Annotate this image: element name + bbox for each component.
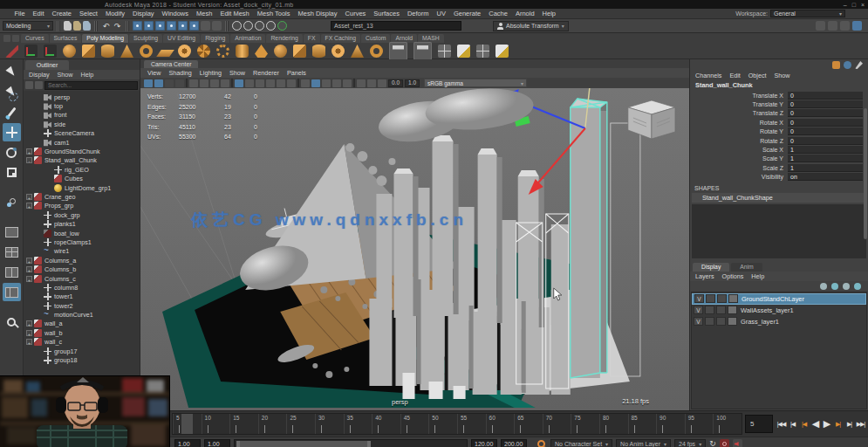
- combine-icon[interactable]: [389, 42, 407, 60]
- expand-toggle-icon[interactable]: +: [26, 339, 32, 345]
- persp[interactable]: persp: [24, 93, 140, 101]
- shelf-tab-fx-caching[interactable]: FX Caching: [321, 34, 361, 43]
- layout-outliner-persp-button[interactable]: [3, 283, 21, 301]
- viewport-menu-item[interactable]: Panels: [287, 69, 306, 77]
- Props_grp[interactable]: +Props_grp: [24, 202, 140, 210]
- play-backwards-button[interactable]: ◀: [810, 417, 821, 431]
- frame-tick[interactable]: 80: [599, 414, 628, 434]
- menu-item[interactable]: Modify: [101, 10, 128, 17]
- menu-item[interactable]: Generate: [449, 10, 484, 17]
- step-forward-key-button[interactable]: ▶|: [832, 417, 844, 431]
- attribute-value-field[interactable]: 0: [788, 92, 863, 100]
- snap-to-grid-button[interactable]: [133, 21, 142, 31]
- menu-item[interactable]: Display: [129, 10, 159, 17]
- anim-layer-dropdown[interactable]: No Anim Layer▾: [616, 439, 671, 447]
- Columns_b[interactable]: +Columns_b: [24, 265, 140, 273]
- poly-gear-icon[interactable]: [197, 45, 210, 58]
- viewport-menu-item[interactable]: Show: [229, 69, 245, 77]
- auto-keyframe-toggle[interactable]: [720, 439, 729, 447]
- menu-item[interactable]: Help: [538, 10, 559, 17]
- multi-cut-icon[interactable]: [438, 45, 451, 58]
- layer-menu-item[interactable]: Help: [751, 272, 764, 280]
- play-forwards-button[interactable]: ▶: [821, 417, 832, 431]
- time-slider-track[interactable]: 5101520253035404550556065707580859095100: [172, 413, 742, 435]
- outliner-menu-item[interactable]: Display: [29, 71, 50, 79]
- frame-tick[interactable]: 65: [514, 414, 543, 434]
- layer-color-swatch[interactable]: [728, 306, 737, 314]
- poly-prism-icon[interactable]: [255, 45, 268, 58]
- character-controls-toggle[interactable]: [828, 21, 837, 31]
- playback-speed-dropdown[interactable]: 24 fps▾: [674, 439, 706, 447]
- viewport-icon[interactable]: [144, 79, 153, 87]
- Columns_c[interactable]: +Columns_c: [24, 274, 140, 283]
- snap-to-view-planes-button[interactable]: [178, 21, 188, 31]
- channel-box-menu-item[interactable]: Edit: [729, 72, 740, 79]
- poly-sphere-icon[interactable]: [63, 45, 76, 58]
- shelf-tab-custom[interactable]: Custom: [361, 34, 390, 43]
- shape-node-name[interactable]: Stand_wall_ChunkShape: [692, 193, 866, 203]
- status-grip[interactable]: [57, 21, 60, 31]
- Cubes[interactable]: Cubes: [24, 175, 140, 183]
- maximize-button[interactable]: □: [852, 1, 856, 9]
- move-layer-down-icon[interactable]: [831, 283, 838, 290]
- animation-end-field[interactable]: 200.00: [501, 439, 527, 447]
- viewport-menu-item[interactable]: Shading: [168, 69, 191, 77]
- poly-platonic-icon[interactable]: [274, 45, 287, 58]
- layout-single-pane-button[interactable]: [3, 223, 21, 241]
- viewport-icon[interactable]: [175, 79, 184, 87]
- render-sequence-button[interactable]: [277, 21, 287, 31]
- rotate-tool[interactable]: [3, 143, 21, 162]
- playback-end-field[interactable]: 120.00: [471, 439, 497, 447]
- side[interactable]: side: [24, 120, 140, 128]
- wall_c[interactable]: +wall_c: [24, 338, 140, 347]
- attribute-value-field[interactable]: 0: [788, 109, 863, 117]
- expand-toggle-icon[interactable]: +: [26, 320, 32, 327]
- character-set-key-icon[interactable]: [537, 440, 545, 447]
- shelf-tab-curves[interactable]: Curves: [21, 34, 49, 43]
- step-back-key-button[interactable]: |◀: [798, 417, 810, 431]
- construction-history-toggle[interactable]: [201, 21, 210, 31]
- separate-icon[interactable]: [413, 42, 432, 60]
- viewport-icon[interactable]: [367, 79, 376, 87]
- frame-tick[interactable]: 75: [571, 414, 599, 434]
- layer-color-swatch[interactable]: [728, 294, 738, 303]
- layer-visibility-toggle[interactable]: V: [694, 294, 704, 303]
- quad-draw-icon[interactable]: [457, 45, 470, 58]
- boat_low[interactable]: boat_low: [24, 229, 140, 237]
- shelf-tab-sculpting[interactable]: Sculpting: [129, 34, 162, 43]
- cam1[interactable]: cam1: [24, 138, 140, 147]
- save-scene-button[interactable]: [83, 21, 91, 31]
- shelf-tab-uv-editing[interactable]: UV Editing: [163, 34, 200, 43]
- viewport-icon[interactable]: [210, 79, 219, 87]
- frame-tick[interactable]: 45: [400, 414, 429, 434]
- redo-button[interactable]: ↷: [113, 21, 122, 31]
- exposure-field[interactable]: 0.0: [388, 79, 403, 87]
- outliner-menu-item[interactable]: Help: [81, 71, 94, 79]
- frame-tick[interactable]: 20: [258, 414, 287, 434]
- frame-tick[interactable]: 35: [344, 414, 372, 434]
- shelf-tab-poly-modeling[interactable]: Poly Modeling: [82, 34, 128, 43]
- step-forward-frame-button[interactable]: ▶|: [844, 417, 855, 431]
- channel-box-toggle[interactable]: [852, 21, 862, 31]
- curve-tool-icon[interactable]: [5, 45, 18, 58]
- outliner-scrollbar[interactable]: [864, 108, 867, 239]
- attribute-value-field[interactable]: 1: [788, 146, 863, 154]
- viewport-icon[interactable]: [256, 79, 264, 87]
- status-grip[interactable]: [126, 21, 129, 31]
- magnifier-icon[interactable]: [3, 313, 21, 331]
- status-grip[interactable]: [225, 21, 229, 31]
- tower1[interactable]: tower1: [24, 292, 140, 301]
- wire1[interactable]: wire1: [24, 247, 140, 256]
- selection-mask-dropdown[interactable]: Modeling▾: [3, 21, 53, 31]
- frame-tick[interactable]: 95: [685, 414, 714, 434]
- menu-item[interactable]: Mesh Tools: [253, 10, 294, 17]
- open-render-view-button[interactable]: [232, 21, 242, 31]
- sculpt-icon[interactable]: [496, 45, 509, 58]
- layer-row[interactable]: VGrass_layer1: [692, 316, 866, 327]
- poly-pipe-icon[interactable]: [236, 45, 249, 58]
- mirror-icon[interactable]: [476, 45, 489, 58]
- ipr-render-button[interactable]: [255, 21, 264, 31]
- tower2[interactable]: tower2: [24, 301, 140, 310]
- menu-item[interactable]: Cache: [485, 10, 512, 17]
- top[interactable]: top: [24, 101, 140, 110]
